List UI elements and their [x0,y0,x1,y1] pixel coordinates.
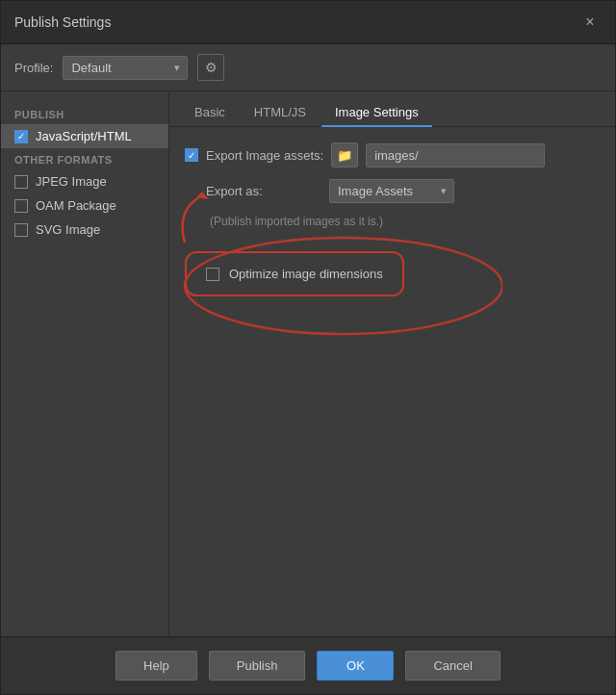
sidebar-item-svg-label: SVG Image [36,222,100,237]
profile-label: Profile: [14,61,53,75]
jpeg-checkbox[interactable] [14,175,28,189]
folder-button[interactable]: 📁 [331,142,358,167]
other-formats-section-label: OTHER FORMATS [1,148,168,169]
publish-settings-dialog: Publish Settings × Profile: Default ▾ ⚙ … [0,0,616,695]
footer: Help Publish OK Cancel [1,636,615,694]
sidebar-item-jpeg[interactable]: JPEG Image [1,169,168,193]
hint-row: (Publish imported images as it is.) [185,215,600,228]
title-bar: Publish Settings × [1,1,615,44]
content-area: Basic HTML/JS Image Settings Export Imag… [169,91,615,636]
sidebar-item-js-html[interactable]: JavaScript/HTML [1,124,168,148]
sidebar: PUBLISH JavaScript/HTML OTHER FORMATS JP… [1,91,169,636]
optimize-section: Optimize image dimensions [185,247,600,296]
gear-button[interactable]: ⚙ [197,54,224,81]
export-as-select[interactable]: Image Assets Sprite Sheet [329,179,454,203]
dialog-title: Publish Settings [14,14,111,30]
sidebar-item-oam[interactable]: OAM Package [1,193,168,218]
profile-bar: Profile: Default ▾ ⚙ [1,44,615,91]
hint-text: (Publish imported images as it is.) [206,215,383,228]
gear-icon: ⚙ [205,60,218,75]
optimize-checkbox[interactable] [206,268,219,281]
sidebar-item-svg[interactable]: SVG Image [1,218,168,242]
folder-icon: 📁 [337,148,352,163]
oam-checkbox[interactable] [14,199,28,213]
tab-basic[interactable]: Basic [181,99,239,127]
main-content: PUBLISH JavaScript/HTML OTHER FORMATS JP… [1,91,615,636]
optimize-label: Optimize image dimensions [229,267,383,281]
js-html-checkbox[interactable] [14,130,28,143]
tab-image-settings[interactable]: Image Settings [321,99,432,127]
tab-html-js[interactable]: HTML/JS [241,99,320,127]
export-as-label: Export as: [206,184,321,198]
export-as-select-wrapper: Image Assets Sprite Sheet ▾ [329,179,454,203]
image-settings-content: Export Image assets: 📁 Export as: Image … [169,127,615,636]
export-assets-row: Export Image assets: 📁 [185,142,600,167]
publish-section-label: PUBLISH [1,103,168,124]
ok-button[interactable]: OK [317,651,394,681]
export-as-row: Export as: Image Assets Sprite Sheet ▾ [185,179,600,203]
profile-select-wrapper: Default ▾ [63,56,188,80]
tabs: Basic HTML/JS Image Settings [169,91,615,127]
help-button[interactable]: Help [116,651,197,681]
export-assets-label: Export Image assets: [206,148,323,163]
export-assets-checkbox[interactable] [185,148,198,162]
publish-button[interactable]: Publish [209,651,306,681]
optimize-box: Optimize image dimensions [185,251,404,296]
cancel-button[interactable]: Cancel [405,651,500,681]
sidebar-item-jpeg-label: JPEG Image [36,174,107,189]
sidebar-item-oam-label: OAM Package [36,198,116,213]
images-path-input[interactable] [366,143,545,167]
svg-checkbox[interactable] [14,223,28,237]
close-button[interactable]: × [578,11,602,34]
sidebar-item-js-html-label: JavaScript/HTML [36,129,132,143]
profile-select[interactable]: Default [63,56,188,80]
